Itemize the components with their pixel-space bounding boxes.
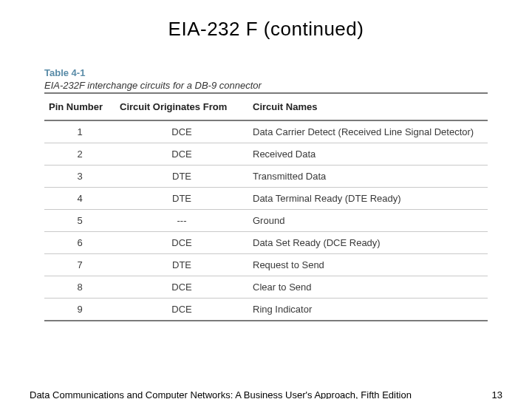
table-row: 4DTEData Terminal Ready (DTE Ready) bbox=[44, 188, 488, 210]
footer-source: Data Communications and Computer Network… bbox=[30, 389, 412, 399]
table-row: 3DTETransmitted Data bbox=[44, 166, 488, 188]
table-body: 1DCEData Carrier Detect (Received Line S… bbox=[44, 120, 488, 321]
table-row: 5---Ground bbox=[44, 210, 488, 232]
pins-table: Pin Number Circuit Originates From Circu… bbox=[44, 94, 488, 321]
cell-orig: DTE bbox=[115, 254, 248, 276]
cell-orig: DCE bbox=[115, 276, 248, 299]
cell-pin: 1 bbox=[44, 120, 115, 143]
cell-pin: 2 bbox=[44, 143, 115, 166]
table-row: 1DCEData Carrier Detect (Received Line S… bbox=[44, 120, 488, 143]
table-label: Table 4-1 bbox=[44, 67, 488, 78]
table-row: 7DTERequest to Send bbox=[44, 254, 488, 276]
table-row: 9DCERing Indicator bbox=[44, 299, 488, 321]
table-row: 2DCEReceived Data bbox=[44, 143, 488, 166]
cell-orig: DTE bbox=[115, 166, 248, 188]
table-area: Table 4-1 EIA-232F interchange circuits … bbox=[44, 67, 488, 321]
cell-pin: 4 bbox=[44, 188, 115, 210]
cell-orig: DTE bbox=[115, 188, 248, 210]
cell-pin: 7 bbox=[44, 254, 115, 276]
cell-name: Data Terminal Ready (DTE Ready) bbox=[248, 188, 488, 210]
cell-name: Transmitted Data bbox=[248, 166, 488, 188]
cell-pin: 5 bbox=[44, 210, 115, 232]
footer: Data Communications and Computer Network… bbox=[0, 389, 532, 399]
cell-orig: DCE bbox=[115, 143, 248, 166]
slide-title: EIA-232 F (continued) bbox=[0, 18, 532, 41]
cell-pin: 8 bbox=[44, 276, 115, 299]
slide: EIA-232 F (continued) Table 4-1 EIA-232F… bbox=[0, 18, 532, 399]
cell-name: Ring Indicator bbox=[248, 299, 488, 321]
cell-pin: 6 bbox=[44, 232, 115, 254]
cell-name: Request to Send bbox=[248, 254, 488, 276]
cell-pin: 3 bbox=[44, 166, 115, 188]
table-caption: EIA-232F interchange circuits for a DB-9… bbox=[44, 80, 488, 91]
cell-name: Ground bbox=[248, 210, 488, 232]
table-row: 8DCEClear to Send bbox=[44, 276, 488, 299]
cell-orig: DCE bbox=[115, 232, 248, 254]
cell-name: Data Carrier Detect (Received Line Signa… bbox=[248, 120, 488, 143]
cell-orig: DCE bbox=[115, 120, 248, 143]
cell-orig: --- bbox=[115, 210, 248, 232]
table-header: Pin Number Circuit Originates From Circu… bbox=[44, 94, 488, 120]
cell-pin: 9 bbox=[44, 299, 115, 321]
header-name: Circuit Names bbox=[248, 94, 488, 120]
cell-name: Data Set Ready (DCE Ready) bbox=[248, 232, 488, 254]
cell-name: Clear to Send bbox=[248, 276, 488, 299]
cell-name: Received Data bbox=[248, 143, 488, 166]
header-orig: Circuit Originates From bbox=[115, 94, 248, 120]
header-pin: Pin Number bbox=[44, 94, 115, 120]
footer-page: 13 bbox=[492, 389, 502, 399]
table-row: 6DCEData Set Ready (DCE Ready) bbox=[44, 232, 488, 254]
cell-orig: DCE bbox=[115, 299, 248, 321]
